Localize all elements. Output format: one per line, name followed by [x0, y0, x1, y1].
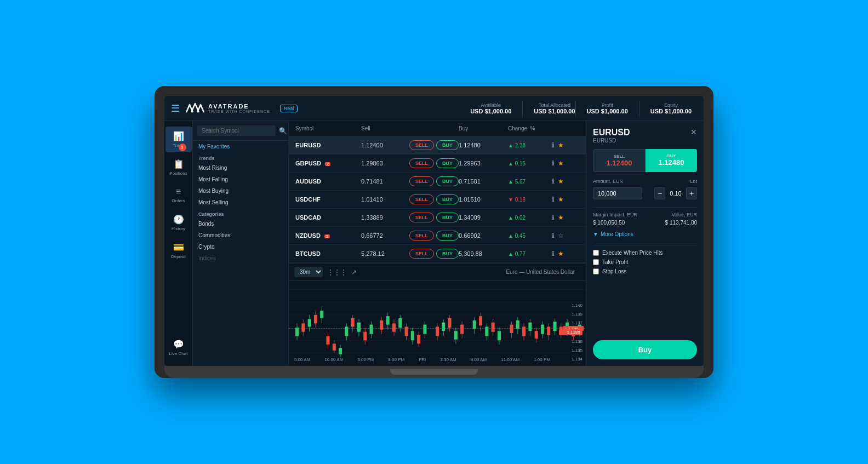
buy-usdcad: 1.34009 — [459, 214, 508, 221]
table-row[interactable]: USDCHF 1.01410 SELL BUY 1.01510 ▼ 0.18 ℹ… — [289, 191, 586, 209]
chart-tool-1[interactable]: ⋮⋮⋮ — [327, 268, 347, 276]
symbol-panel: 🔍 My Favorites Trends Most Rising Most F… — [193, 121, 289, 366]
actions-nzdusd: ℹ ☆ — [552, 232, 579, 239]
timeframe-select[interactable]: 30m 1h 4h 1D — [294, 267, 323, 277]
table-row[interactable]: EURUSD 1.12400 SELL BUY 1.12480 ▲ 2.38 ℹ… — [289, 136, 586, 154]
sidebar-item-history[interactable]: 🕐 History — [165, 210, 192, 236]
sell-btn-usdcad[interactable]: SELL — [409, 213, 434, 222]
table-row[interactable]: BTCUSD 5,278.12 SELL BUY 5,309.88 ▲ 0.77… — [289, 245, 586, 263]
sidebar-item-positions[interactable]: 📋 Positions — [165, 154, 192, 180]
logo-name: AVATRADE — [208, 103, 270, 110]
buy-action-button[interactable]: Buy — [593, 340, 697, 359]
stop-loss-checkbox[interactable] — [593, 268, 599, 274]
most-rising-item[interactable]: Most Rising — [193, 162, 288, 174]
sidebar-bottom: 💬 Live Chat — [165, 335, 192, 366]
amount-row: Amount, EUR Lot — [593, 179, 697, 184]
star-icon-usdcad[interactable]: ★ — [558, 214, 564, 221]
buy-btn-gbpusd[interactable]: BUY — [436, 158, 459, 168]
chart-tool-2[interactable]: ↗ — [351, 268, 357, 276]
sell-usdcad: 1.33889 — [361, 214, 409, 221]
market-rows: EURUSD 1.12400 SELL BUY 1.12480 ▲ 2.38 ℹ… — [289, 136, 586, 263]
current-price: 1.1385 — [559, 329, 583, 335]
star-icon-btcusd[interactable]: ★ — [558, 250, 564, 257]
stat-divider-2 — [575, 100, 576, 117]
price-buy-toggle[interactable]: BUY 1.12480 — [646, 149, 697, 172]
sell-gbpusd: 1.29863 — [361, 160, 409, 167]
info-icon-eurusd[interactable]: ℹ — [552, 141, 555, 149]
price-sell-toggle[interactable]: SELL 1.12400 — [593, 149, 646, 172]
chart-toolbar: 30m 1h 4h 1D ⋮⋮⋮ ↗ Euro — United States … — [289, 263, 586, 281]
table-row[interactable]: AUDUSD 0.71481 SELL BUY 0.71581 ▲ 5.67 ℹ… — [289, 173, 586, 191]
favorites-item[interactable]: My Favorites — [193, 141, 288, 152]
take-profit-checkbox[interactable] — [593, 259, 599, 265]
hamburger-icon[interactable]: ☰ — [171, 102, 180, 114]
sidebar-item-livechat[interactable]: 💬 Live Chat — [165, 335, 192, 360]
crypto-item[interactable]: Crypto — [193, 241, 288, 253]
info-icon-nzdusd[interactable]: ℹ — [552, 232, 555, 239]
info-icon-usdchf[interactable]: ℹ — [552, 196, 555, 203]
sidebar-item-deposit[interactable]: 💳 Deposit — [165, 238, 192, 263]
search-input[interactable] — [197, 125, 276, 136]
buy-btn-usdcad[interactable]: BUY — [436, 213, 459, 222]
info-icon-gbpusd[interactable]: ℹ — [552, 159, 555, 167]
price-1.135: 1.135 — [559, 348, 583, 353]
more-options-link[interactable]: ▼ More Options — [593, 231, 697, 237]
sell-btn-btcusd[interactable]: SELL — [409, 249, 434, 259]
buy-btn-usdchf[interactable]: BUY — [436, 194, 459, 204]
lot-decrease-btn[interactable]: − — [654, 187, 665, 199]
bonds-item[interactable]: Bonds — [193, 218, 288, 230]
sell-btn-nzdusd[interactable]: SELL — [409, 231, 434, 240]
table-row[interactable]: GBPUSD 2 1.29863 SELL BUY 1.29963 ▲ 0.15… — [289, 154, 586, 173]
livechat-icon: 💬 — [173, 339, 184, 350]
most-selling-item[interactable]: Most Selling — [193, 197, 288, 208]
info-icon-usdcad[interactable]: ℹ — [552, 214, 555, 221]
sell-btn-gbpusd[interactable]: SELL — [409, 158, 434, 168]
sell-btn-eurusd[interactable]: SELL — [409, 140, 434, 150]
sidebar-item-orders[interactable]: ≡ Orders — [165, 182, 192, 208]
buy-usdchf: 1.01510 — [459, 196, 508, 203]
table-row[interactable]: NZDUSD 1 0.66772 SELL BUY 0.66902 ▲ 0.45… — [289, 227, 586, 245]
indices-item[interactable]: Indices — [193, 253, 288, 264]
most-falling-item[interactable]: Most Falling — [193, 174, 288, 185]
star-icon-audusd[interactable]: ★ — [558, 177, 564, 185]
star-icon-nzdusd[interactable]: ☆ — [558, 232, 564, 239]
buy-btn-nzdusd[interactable]: BUY — [436, 231, 459, 240]
symbol-btcusd: BTCUSD — [295, 250, 361, 257]
buy-gbpusd: 1.29963 — [459, 160, 508, 167]
instrument-name: EURUSD — [593, 128, 630, 138]
sidebar-label-history: History — [172, 226, 185, 231]
commodities-item[interactable]: Commodities — [193, 230, 288, 241]
main-layout: 📊 Trade 📋 Positions 3 ≡ Orders 🕐 Hist — [164, 121, 704, 366]
col-change: Change, % — [508, 125, 552, 131]
star-icon-eurusd[interactable]: ★ — [558, 141, 564, 149]
spacer — [593, 278, 697, 340]
time-300pm: 3:00 PM — [357, 357, 374, 364]
chart-area: 30m 1h 4h 1D ⋮⋮⋮ ↗ Euro — United States … — [289, 263, 586, 366]
table-row[interactable]: USDCAD 1.33889 SELL BUY 1.34009 ▲ 0.02 ℹ… — [289, 209, 586, 227]
change-usdcad: ▲ 0.02 — [508, 215, 552, 221]
svg-rect-72 — [516, 320, 519, 329]
sell-btn-usdchf[interactable]: SELL — [409, 194, 434, 204]
star-icon-gbpusd[interactable]: ★ — [558, 159, 564, 167]
change-gbpusd: ▲ 0.15 — [508, 161, 552, 167]
lot-increase-btn[interactable]: + — [686, 187, 697, 199]
svg-rect-10 — [301, 323, 305, 331]
buy-btn-audusd[interactable]: BUY — [436, 176, 459, 186]
margin-label: Margin Impact, EUR — [593, 212, 637, 217]
execute-when-checkbox[interactable] — [593, 250, 599, 256]
execute-when-row: Execute When Price Hits — [593, 250, 697, 256]
buy-btn-eurusd[interactable]: BUY — [436, 140, 459, 150]
sidebar-label-orders: Orders — [172, 198, 185, 203]
close-panel-btn[interactable]: ✕ — [690, 128, 697, 136]
stop-loss-row: Stop Loss — [593, 268, 697, 274]
categories-category: Categories — [193, 208, 288, 218]
amount-input[interactable] — [593, 187, 642, 199]
time-100pm: 1:00 PM — [534, 357, 550, 364]
info-icon-btcusd[interactable]: ℹ — [552, 250, 555, 257]
sell-btn-audusd[interactable]: SELL — [409, 176, 434, 186]
sell-price-display: 1.12400 — [598, 159, 641, 167]
buy-btn-btcusd[interactable]: BUY — [436, 249, 459, 259]
most-buying-item[interactable]: Most Buying — [193, 185, 288, 197]
info-icon-audusd[interactable]: ℹ — [552, 177, 555, 185]
star-icon-usdchf[interactable]: ★ — [558, 196, 564, 203]
